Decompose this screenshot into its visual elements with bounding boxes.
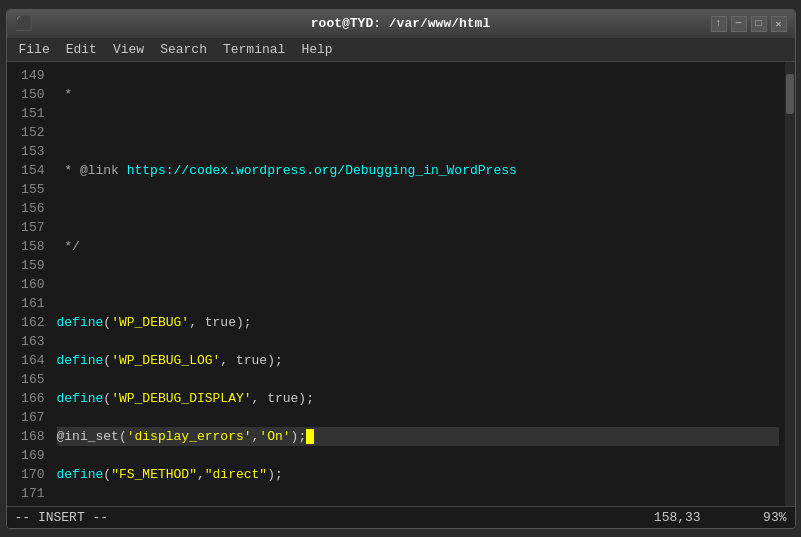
window-title: root@TYD: /var/www/html	[311, 16, 490, 31]
scrollbar[interactable]	[785, 62, 795, 506]
menu-terminal[interactable]: Terminal	[215, 40, 293, 59]
close-button[interactable]: ✕	[771, 16, 787, 32]
cursor-position: 158,33	[654, 510, 701, 525]
terminal-icon: ⬛	[15, 15, 39, 32]
menu-search[interactable]: Search	[152, 40, 215, 59]
window-controls: ↑ ─ □ ✕	[711, 16, 787, 32]
scroll-percent: 93%	[763, 510, 786, 525]
menu-help[interactable]: Help	[293, 40, 340, 59]
status-bar: -- INSERT -- 158,33 93%	[7, 506, 795, 528]
code-container: 149 150 151 152 153 154 155 156 157 158 …	[7, 62, 795, 506]
maximize-button[interactable]: □	[751, 16, 767, 32]
scrollbar-thumb[interactable]	[786, 74, 794, 114]
terminal-window: ⬛ root@TYD: /var/www/html ↑ ─ □ ✕ File E…	[6, 9, 796, 529]
editor-area[interactable]: 149 150 151 152 153 154 155 156 157 158 …	[7, 62, 795, 506]
menu-bar: File Edit View Search Terminal Help	[7, 38, 795, 62]
status-right: 158,33 93%	[654, 510, 787, 525]
menu-view[interactable]: View	[105, 40, 152, 59]
title-bar: ⬛ root@TYD: /var/www/html ↑ ─ □ ✕	[7, 10, 795, 38]
editor-mode: -- INSERT --	[15, 510, 109, 525]
line-numbers: 149 150 151 152 153 154 155 156 157 158 …	[7, 62, 51, 506]
code-content[interactable]: * * @link https://codex.wordpress.org/De…	[51, 62, 785, 506]
minimize-button[interactable]: ─	[731, 16, 747, 32]
menu-edit[interactable]: Edit	[58, 40, 105, 59]
menu-file[interactable]: File	[11, 40, 58, 59]
scroll-up-button[interactable]: ↑	[711, 16, 727, 32]
